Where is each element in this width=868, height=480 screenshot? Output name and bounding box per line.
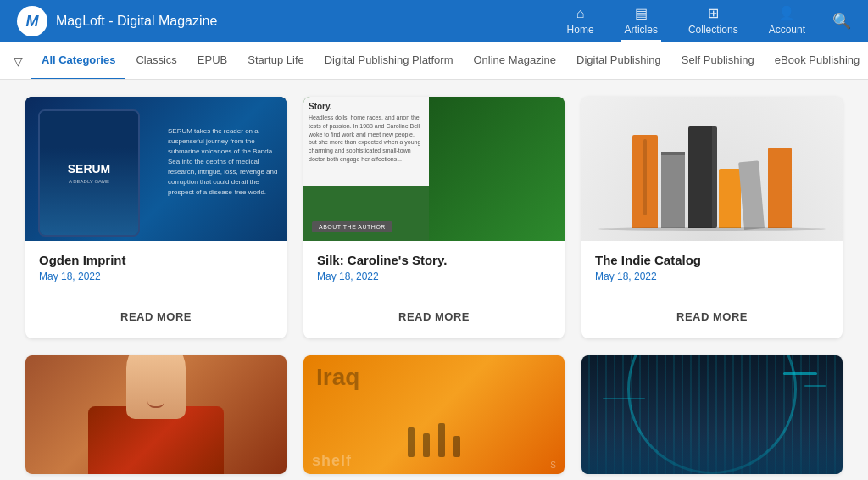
cat-online-magazine[interactable]: Online Magazine [463, 42, 566, 80]
nav-home[interactable]: ⌂ Home [564, 2, 598, 42]
article-date-silk: May 18, 2022 [317, 271, 551, 282]
city-highlight-2 [804, 385, 826, 387]
serum-description: SERUM takes the reader on a suspenseful … [168, 126, 278, 198]
article-card-ogden-imprint: Deadly Game. SERUM A DEADLY GAME SERUM t… [25, 97, 287, 338]
article-image-silk: Story. Headless dolls, home races, and a… [303, 97, 565, 241]
city-gradient [581, 432, 843, 474]
books-illustration [632, 126, 792, 228]
city-highlight-3 [603, 398, 645, 399]
card-read-more-indie[interactable]: READ MORE [595, 302, 829, 332]
read-more-button-ogden[interactable]: READ MORE [120, 310, 192, 323]
cat-ebook-publishing[interactable]: eBook Publishing [765, 42, 868, 80]
nav-collections[interactable]: ⊞ Collections [685, 1, 742, 42]
card-body-ogden: Ogden Imprint May 18, 2022 READ MORE [25, 241, 287, 338]
main-content: Deadly Game. SERUM A DEADLY GAME SERUM t… [0, 80, 868, 480]
nav-articles-label: Articles [625, 24, 658, 36]
header-nav: ⌂ Home ▤ Articles ⊞ Collections 👤 Accoun… [564, 1, 851, 42]
article-image-orange: Iraq shelf S [303, 355, 565, 474]
cat-classics[interactable]: Classics [125, 42, 186, 80]
card-body-indie: The Indie Catalog May 18, 2022 READ MORE [581, 241, 843, 338]
nav-home-label: Home [567, 24, 594, 36]
cat-startup-life[interactable]: Startup Life [237, 42, 314, 80]
serum-tablet-illustration: SERUM A DEADLY GAME [38, 109, 140, 237]
filter-toggle-icon[interactable]: ▽ [14, 54, 23, 68]
nav-collections-label: Collections [688, 24, 738, 36]
article-image-city [581, 355, 843, 474]
cat-self-publishing[interactable]: Self Publishing [671, 42, 765, 80]
article-date-indie: May 18, 2022 [595, 271, 829, 282]
nav-account-label: Account [769, 24, 805, 36]
header-title: MagLoft - Digital Magazine [56, 14, 217, 29]
cat-digital-publishing[interactable]: Digital Publishing [566, 42, 671, 80]
card-body-silk: Silk: Caroline's Story. May 18, 2022 REA… [303, 241, 565, 338]
card-divider-silk [317, 293, 551, 293]
collections-icon: ⊞ [708, 5, 719, 21]
account-icon: 👤 [778, 5, 795, 21]
orange-figures [408, 423, 460, 457]
card-read-more-ogden[interactable]: READ MORE [39, 302, 273, 332]
articles-grid: Deadly Game. SERUM A DEADLY GAME SERUM t… [25, 97, 843, 474]
about-author-btn[interactable]: ABOUT THE AUTHOR [312, 221, 392, 232]
card-divider-indie [595, 293, 829, 293]
nav-account[interactable]: 👤 Account [765, 1, 809, 42]
logo[interactable]: M [17, 6, 47, 36]
article-card-city [581, 355, 843, 474]
cat-all-categories[interactable]: All Categories [31, 42, 125, 80]
category-bar: ▽ All Categories Classics EPUB Startup L… [0, 42, 868, 80]
silk-text-panel: Story. Headless dolls, home races, and a… [303, 97, 429, 186]
cat-epub[interactable]: EPUB [187, 42, 237, 80]
header: M MagLoft - Digital Magazine ⌂ Home ▤ Ar… [0, 0, 868, 42]
article-card-silk: Story. Headless dolls, home races, and a… [303, 97, 565, 338]
article-title-indie: The Indie Catalog [595, 253, 829, 267]
article-title-ogden: Ogden Imprint [39, 253, 273, 267]
read-more-button-indie[interactable]: READ MORE [676, 310, 748, 323]
silk-green-background [429, 97, 565, 241]
article-card-orange: Iraq shelf S [303, 355, 565, 474]
card-divider [39, 293, 273, 293]
article-date-ogden: May 18, 2022 [39, 271, 273, 282]
woman-face [126, 355, 186, 419]
header-left: M MagLoft - Digital Magazine [17, 6, 217, 36]
article-card-indie-catalog: The Indie Catalog May 18, 2022 READ MORE [581, 97, 843, 338]
header-search-icon[interactable]: 🔍 [832, 12, 851, 31]
nav-articles[interactable]: ▤ Articles [621, 1, 661, 42]
serum-inner: SERUM A DEADLY GAME [40, 111, 138, 235]
logo-letter: M [26, 13, 39, 31]
card-read-more-silk[interactable]: READ MORE [317, 302, 551, 332]
home-icon: ⌂ [576, 6, 585, 21]
read-more-button-silk[interactable]: READ MORE [398, 310, 470, 323]
article-title-silk: Silk: Caroline's Story. [317, 253, 551, 267]
articles-icon: ▤ [635, 5, 648, 21]
article-card-woman [25, 355, 287, 474]
article-image-woman [25, 355, 287, 474]
article-image-indie [581, 97, 843, 241]
city-highlight-1 [783, 372, 817, 375]
article-image-serum: Deadly Game. SERUM A DEADLY GAME SERUM t… [25, 97, 287, 241]
cat-digital-publishing-platform[interactable]: Digital Publishing Platform [314, 42, 464, 80]
